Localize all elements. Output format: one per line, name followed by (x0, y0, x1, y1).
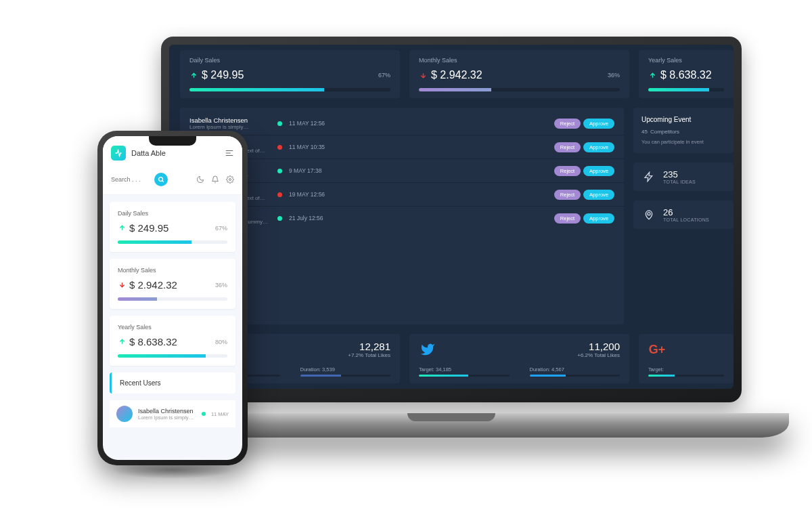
card-title: Daily Sales (118, 210, 227, 217)
search-input[interactable] (111, 176, 152, 183)
progress-bar (300, 375, 391, 377)
monthly-sales-card[interactable]: Monthly Sales $ 2.942.32 36% (110, 259, 235, 309)
event-count: 45 (641, 129, 648, 135)
recent-users-header: Recent Users (110, 373, 235, 394)
brand-logo-icon[interactable] (111, 146, 126, 161)
progress-bar (648, 88, 724, 91)
moon-icon[interactable] (196, 175, 204, 184)
search-box[interactable] (111, 173, 192, 186)
yearly-sales-card[interactable]: Yearly Sales $ 8.638.32 (639, 50, 734, 98)
laptop-bezel: Daily Sales $ 249.95 67% Monthly Sales $… (161, 37, 742, 402)
card-title: Yearly Sales (648, 57, 724, 64)
arrow-up-icon (648, 71, 656, 79)
daily-sales-card[interactable]: Daily Sales $ 249.95 67% (180, 50, 400, 98)
timestamp: 11 MAY 10:35 (289, 144, 331, 150)
status-dot-icon (277, 169, 282, 173)
phone-notch (149, 136, 196, 146)
arrow-down-icon (118, 281, 126, 289)
google-plus-card[interactable]: G+ Target: (639, 334, 734, 383)
menu-toggle-icon[interactable] (225, 148, 234, 158)
arrow-up-icon (118, 224, 126, 232)
progress-bar (648, 375, 724, 377)
reject-button[interactable]: Reject (554, 213, 581, 224)
progress-bar (419, 375, 510, 377)
social-sub: +7.2% Total Likes (348, 352, 390, 358)
social-value: 11,200 (577, 341, 620, 352)
timestamp: 11 MAY 12:56 (289, 120, 331, 127)
google-plus-icon: G+ (648, 341, 666, 358)
approve-button[interactable]: Approve (583, 190, 614, 200)
lightning-icon (641, 169, 656, 184)
bell-icon[interactable] (211, 175, 219, 184)
user-name: Isabella Christensen (189, 117, 271, 124)
upcoming-event-card[interactable]: Upcoming Event 45 Competitors You can pa… (633, 108, 734, 153)
status-dot-icon (277, 192, 282, 197)
middle-row: Isabella Christensen Lorem Ipsum is simp… (180, 108, 734, 324)
phone-bezel: Datta Able Daily Sales $ 249.95 (97, 131, 248, 465)
monthly-sales-card[interactable]: Monthly Sales $ 2.942.32 36% (409, 50, 629, 98)
yearly-sales-card[interactable]: Yearly Sales $ 8.638.32 80% (110, 316, 235, 366)
card-title: Yearly Sales (118, 324, 227, 331)
approve-button[interactable]: Approve (583, 119, 614, 129)
stat-value: 26 (663, 207, 709, 217)
card-value: $ 2.942.32 (431, 69, 482, 81)
mobile-toolbar (103, 167, 242, 195)
reject-button[interactable]: Reject (554, 119, 581, 129)
gear-icon[interactable] (226, 175, 234, 184)
social-row: 12,281 +7.2% Total Likes Target: 35,098 … (180, 334, 734, 383)
progress-bar (118, 354, 227, 358)
stat-value: 235 (663, 169, 696, 179)
list-item[interactable]: Isabella Christensen Lorem Ipsum is simp… (110, 400, 235, 427)
mobile-dashboard: Datta Able Daily Sales $ 249.95 (103, 136, 242, 460)
twitter-card[interactable]: 11,200 +6.2% Total Likes Target: 34,185 … (409, 334, 629, 383)
card-value: $ 8.638.32 (129, 336, 177, 347)
status-dot-icon (277, 121, 282, 126)
svg-point-2 (229, 179, 231, 181)
stat-label: TOTAL IDEAS (663, 179, 696, 184)
timestamp: 11 MAY (211, 411, 229, 417)
card-value: $ 249.95 (202, 69, 244, 81)
card-pct: 36% (608, 72, 620, 79)
status-dot-icon (277, 145, 282, 150)
desktop-dashboard: Daily Sales $ 249.95 67% Monthly Sales $… (169, 45, 734, 389)
timestamp: 21 July 12:56 (289, 215, 331, 221)
twitter-icon (419, 341, 436, 358)
arrow-up-icon (189, 71, 198, 79)
card-pct: 80% (215, 339, 227, 345)
approve-button[interactable]: Approve (583, 166, 614, 176)
approve-button[interactable]: Approve (583, 142, 614, 152)
timestamp: 9 MAY 17:38 (289, 167, 331, 174)
event-desc: You can participate in event (641, 139, 725, 145)
progress-bar (530, 375, 621, 377)
kpi-row: Daily Sales $ 249.95 67% Monthly Sales $… (180, 50, 734, 98)
total-ideas-card[interactable]: 235 TOTAL IDEAS (633, 163, 734, 191)
daily-sales-card[interactable]: Daily Sales $ 249.95 67% (110, 202, 235, 252)
status-dot-icon (277, 216, 282, 221)
reject-button[interactable]: Reject (554, 190, 581, 200)
progress-bar (419, 88, 620, 91)
user-sub: Lorem Ipsum is simply… (189, 124, 271, 130)
phone-mockup: Datta Able Daily Sales $ 249.95 (97, 131, 248, 465)
user-sub: Lorem Ipsum is simply… (138, 415, 194, 421)
stat-label: TOTAL LOCATIONS (663, 217, 709, 222)
laptop-hinge (407, 413, 495, 421)
reject-button[interactable]: Reject (554, 166, 581, 176)
laptop-mockup: Daily Sales $ 249.95 67% Monthly Sales $… (161, 37, 742, 438)
card-pct: 67% (378, 72, 390, 79)
svg-point-1 (159, 177, 163, 182)
card-value: $ 2.942.32 (129, 279, 177, 291)
user-name: Isabella Christensen (138, 408, 194, 415)
event-count-label: Competitors (650, 129, 679, 135)
avatar (116, 406, 133, 422)
card-title: Monthly Sales (419, 57, 620, 64)
map-pin-icon (641, 207, 656, 222)
social-value: 12,281 (348, 341, 390, 352)
timestamp: 19 MAY 12:56 (289, 191, 331, 198)
approve-button[interactable]: Approve (583, 213, 614, 224)
total-locations-card[interactable]: 26 TOTAL LOCATIONS (633, 200, 734, 229)
brand-name: Datta Able (131, 149, 166, 157)
reject-button[interactable]: Reject (554, 142, 581, 152)
progress-bar (118, 297, 227, 301)
card-title: Monthly Sales (118, 267, 227, 274)
search-button[interactable] (154, 173, 168, 186)
